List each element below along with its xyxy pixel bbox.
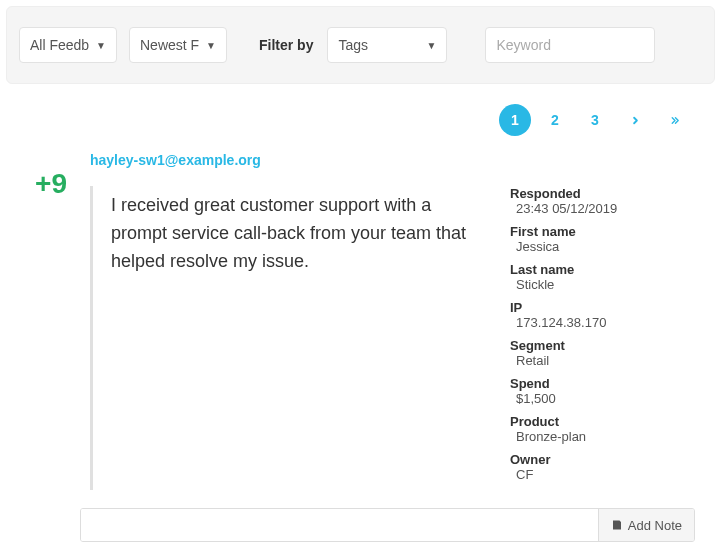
- chevron-double-right-icon: [669, 115, 681, 126]
- segment-value: Retail: [510, 353, 660, 368]
- note-input[interactable]: [81, 509, 598, 541]
- page-2[interactable]: 2: [539, 104, 571, 136]
- feedback-main: hayley-sw1@example.org I received great …: [90, 148, 701, 490]
- feedback-body: I received great customer support with a…: [90, 186, 701, 490]
- filter-by-label: Filter by: [259, 37, 313, 53]
- spend-label: Spend: [510, 376, 660, 391]
- add-note-label: Add Note: [628, 518, 682, 533]
- page-next[interactable]: [619, 104, 651, 136]
- responded-value: 23:43 05/12/2019: [510, 201, 660, 216]
- segment-label: Segment: [510, 338, 660, 353]
- page-1[interactable]: 1: [499, 104, 531, 136]
- caret-down-icon: ▼: [206, 40, 216, 51]
- feedback-type-select[interactable]: All Feedb ▼: [19, 27, 117, 63]
- firstname-label: First name: [510, 224, 660, 239]
- keyword-input[interactable]: [485, 27, 655, 63]
- feedback-type-value: All Feedb: [30, 37, 89, 53]
- pagination: 1 2 3: [0, 84, 721, 144]
- owner-value: CF: [510, 467, 660, 482]
- responded-label: Responded: [510, 186, 660, 201]
- lastname-label: Last name: [510, 262, 660, 277]
- product-value: Bronze-plan: [510, 429, 660, 444]
- product-label: Product: [510, 414, 660, 429]
- chevron-right-icon: [630, 115, 641, 126]
- page-3[interactable]: 3: [579, 104, 611, 136]
- add-note-button[interactable]: Add Note: [598, 509, 694, 541]
- ip-label: IP: [510, 300, 660, 315]
- firstname-value: Jessica: [510, 239, 660, 254]
- respondent-email[interactable]: hayley-sw1@example.org: [90, 152, 701, 168]
- nps-score: +9: [20, 168, 82, 200]
- tags-value: Tags: [338, 37, 368, 53]
- ip-value: 173.124.38.170: [510, 315, 660, 330]
- score-column: +9: [20, 148, 82, 490]
- metadata-panel: Responded 23:43 05/12/2019 First name Je…: [510, 186, 660, 490]
- note-row: Add Note: [80, 508, 695, 542]
- spend-value: $1,500: [510, 391, 660, 406]
- feedback-quote: I received great customer support with a…: [90, 186, 470, 490]
- caret-down-icon: ▼: [427, 40, 437, 51]
- feedback-item: +9 hayley-sw1@example.org I received gre…: [0, 144, 721, 494]
- sort-value: Newest F: [140, 37, 199, 53]
- caret-down-icon: ▼: [96, 40, 106, 51]
- note-icon: [611, 519, 623, 531]
- owner-label: Owner: [510, 452, 660, 467]
- filter-toolbar: All Feedb ▼ Newest F ▼ Filter by Tags ▼: [6, 6, 715, 84]
- feedback-text: I received great customer support with a…: [111, 192, 470, 276]
- page-last[interactable]: [659, 104, 691, 136]
- sort-select[interactable]: Newest F ▼: [129, 27, 227, 63]
- lastname-value: Stickle: [510, 277, 660, 292]
- tags-select[interactable]: Tags ▼: [327, 27, 447, 63]
